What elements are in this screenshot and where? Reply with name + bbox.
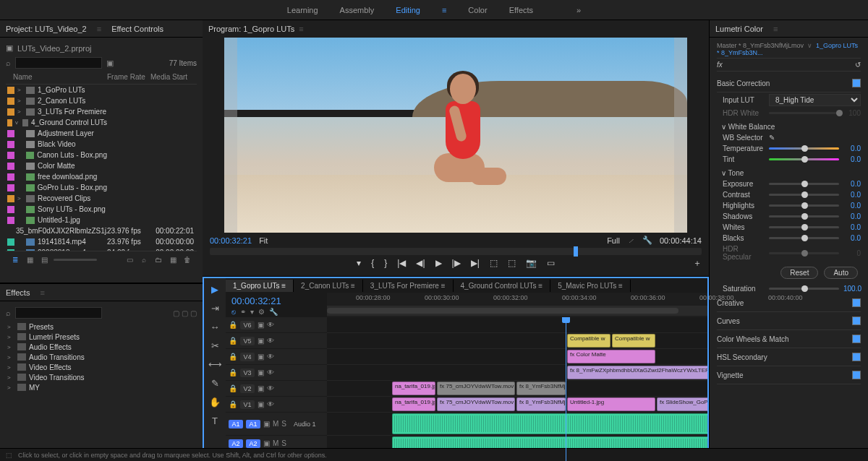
effects-search-input[interactable] <box>15 307 102 319</box>
timeline-playhead[interactable] <box>566 317 566 461</box>
zoom-dropdown[interactable]: Full <box>607 236 620 245</box>
effects-folder[interactable]: >Audio Effects <box>6 342 197 352</box>
basic-checkbox[interactable] <box>852 79 861 87</box>
hsl-section[interactable]: HSL Secondary <box>717 348 861 366</box>
clip[interactable]: Compatible w <box>567 334 610 348</box>
clip[interactable]: fx SlideShow_GoPro.avi <box>657 397 707 411</box>
program-scrubber[interactable] <box>210 248 702 255</box>
eyedropper-icon[interactable]: ✎ <box>769 134 775 142</box>
basic-correction-section[interactable]: Basic Correction <box>717 74 861 92</box>
settings-icon[interactable]: 🔧 <box>642 236 652 245</box>
clip[interactable]: Untitled-1.jpg <box>567 397 655 411</box>
vignette-section[interactable]: Vignette <box>717 366 861 384</box>
playhead-marker[interactable] <box>574 246 578 257</box>
project-row[interactable]: free download.png <box>6 171 197 182</box>
video-preview[interactable] <box>224 38 687 233</box>
project-row[interactable]: >2_Canon LUTs <box>6 95 197 106</box>
zoom-scrubbar[interactable] <box>327 306 707 316</box>
reset-icon[interactable]: ↺ <box>855 61 861 69</box>
effects-folder[interactable]: >Presets <box>6 322 197 332</box>
clip[interactable]: na_tarifa_019.jpg <box>392 382 435 395</box>
button-editor-icon[interactable]: ＋ <box>693 257 702 270</box>
icon-view-icon[interactable]: ▦ <box>25 255 35 265</box>
new-bin-icon[interactable]: 🗀 <box>153 255 163 265</box>
project-row[interactable]: 19141814.mp423.976 fps00:00:00:00 <box>6 236 197 247</box>
reset-button[interactable]: Reset <box>780 267 818 279</box>
hand-tool[interactable]: ✋ <box>208 395 221 408</box>
program-timecode[interactable]: 00:00:32:21 <box>210 236 252 245</box>
ws-color[interactable]: Color <box>468 6 487 14</box>
export-frame-button[interactable]: 📷 <box>526 258 537 268</box>
temperature-slider[interactable] <box>769 147 839 150</box>
project-row[interactable]: Canon Luts - Box.png <box>6 150 197 160</box>
project-row[interactable]: 35_bmF0dXJlX2RlbmlzZS1jZ3jh23.976 fps00:… <box>6 225 197 236</box>
time-ruler[interactable]: 00:00:28:0000:00:30:0000:00:32:0000:00:3… <box>327 293 707 306</box>
project-list[interactable]: >1_GoPro LUTs>2_Canon LUTs>3_LUTs For Pr… <box>6 85 197 251</box>
fit-dropdown[interactable]: Fit <box>259 236 268 245</box>
highlights-slider[interactable] <box>769 204 839 207</box>
clip[interactable]: na_tarifa_019.jpg <box>392 397 435 411</box>
audio-track-head[interactable]: A1A1▣MSAudio 1 <box>226 413 327 436</box>
video-track[interactable]: Compatible wCompatible w <box>327 333 707 349</box>
effects-folder[interactable]: >Video Transitions <box>6 372 197 382</box>
video-track-head[interactable]: 🔒V5▣👁 <box>226 333 327 349</box>
project-row[interactable]: >Recovered Clips <box>6 193 197 204</box>
shadows-slider[interactable] <box>769 215 839 217</box>
auto-button[interactable]: Auto <box>824 267 858 279</box>
step-fwd-button[interactable]: |▶ <box>452 258 461 268</box>
track-select-tool[interactable]: ⇥ <box>208 301 221 314</box>
video-track[interactable]: fx 8_YmFwZXphbmdhbUlXaGZwd2FhaWczYWxLTEF… <box>327 365 707 381</box>
timeline-tab[interactable]: 2_Canon LUTs ≡ <box>294 280 363 292</box>
list-view-icon[interactable]: ≣ <box>10 255 20 265</box>
video-track[interactable]: fx Color Matte <box>327 349 707 365</box>
clip[interactable]: Compatible w <box>612 334 655 348</box>
mark-out-button[interactable]: } <box>384 258 387 268</box>
selection-tool[interactable]: ▶ <box>208 283 221 296</box>
effects-folder[interactable]: >MY <box>6 382 197 392</box>
audio-clip[interactable] <box>392 413 707 434</box>
ws-effects[interactable]: Effects <box>509 6 533 14</box>
video-track[interactable]: na_tarifa_019.jpgfx 75_cmJOYVdwWTow.mov … <box>327 381 707 397</box>
effect-controls-tab[interactable]: Effect Controls <box>111 25 163 33</box>
project-row[interactable]: Sony LUTs - Box.png <box>6 204 197 215</box>
video-track-head[interactable]: 🔒V1▣👁 <box>226 397 327 413</box>
marker-icon[interactable]: ▾ <box>250 308 254 316</box>
timeline-tab[interactable]: 5_Mavic Pro LUTs ≡ <box>550 280 631 292</box>
project-row[interactable]: >1_GoPro LUTs <box>6 85 197 95</box>
razor-tool[interactable]: ✂ <box>208 339 221 352</box>
extract-button[interactable]: ⬚ <box>508 258 516 268</box>
video-track-head[interactable]: 🔒V2▣👁 <box>226 381 327 397</box>
timeline-tab[interactable]: 3_LUTs For Premiere ≡ <box>363 280 454 292</box>
video-track-head[interactable]: 🔒V3▣👁 <box>226 365 327 381</box>
wrench-icon[interactable]: 🔧 <box>269 308 278 316</box>
wheels-section[interactable]: Color Wheels & Match <box>717 330 861 348</box>
ws-overflow-icon[interactable]: » <box>576 6 581 14</box>
video-track-head[interactable]: 🔒V4▣👁 <box>226 349 327 365</box>
go-in-button[interactable]: |◀ <box>397 258 406 268</box>
settings-icon[interactable]: ⚙ <box>258 308 265 316</box>
ws-assembly[interactable]: Assembly <box>340 6 375 14</box>
white-balance-label[interactable]: White Balance <box>728 123 775 131</box>
audio-track[interactable] <box>327 413 707 436</box>
timeline-tab[interactable]: 4_Ground Control LUTs ≡ <box>454 280 551 292</box>
snap-icon[interactable]: ⎋ <box>231 308 236 316</box>
slip-tool[interactable]: ⟷ <box>208 358 221 371</box>
effects-folder[interactable]: >Audio Transitions <box>6 352 197 362</box>
video-track[interactable]: na_tarifa_019.jpgfx 75_cmJOYVdwWTow.mov … <box>327 397 707 413</box>
mark-in-button[interactable]: { <box>371 258 374 268</box>
filter-icon[interactable]: ▣ <box>106 59 114 68</box>
contrast-slider[interactable] <box>769 194 839 196</box>
effects-folder[interactable]: >Video Effects <box>6 362 197 372</box>
timeline-timecode[interactable]: 00:00:32:21 <box>231 296 321 306</box>
exposure-slider[interactable] <box>769 183 839 185</box>
clip[interactable]: fx 8_YmFwZXphbmdhbUlXaGZwd2FhaWczYWxLTEF… <box>567 366 707 379</box>
project-row[interactable]: Black Video <box>6 139 197 150</box>
video-track-head[interactable]: 🔒V6▣👁 <box>226 317 327 333</box>
lift-button[interactable]: ⬚ <box>490 258 498 268</box>
pen-tool[interactable]: ✎ <box>208 376 221 389</box>
link-icon[interactable]: ⚭ <box>240 308 246 316</box>
ripple-tool[interactable]: ↔ <box>208 320 221 333</box>
project-row[interactable]: v4_Ground Control LUTs <box>6 117 197 128</box>
compare-button[interactable]: ▭ <box>547 258 555 268</box>
blacks-slider[interactable] <box>769 237 839 239</box>
